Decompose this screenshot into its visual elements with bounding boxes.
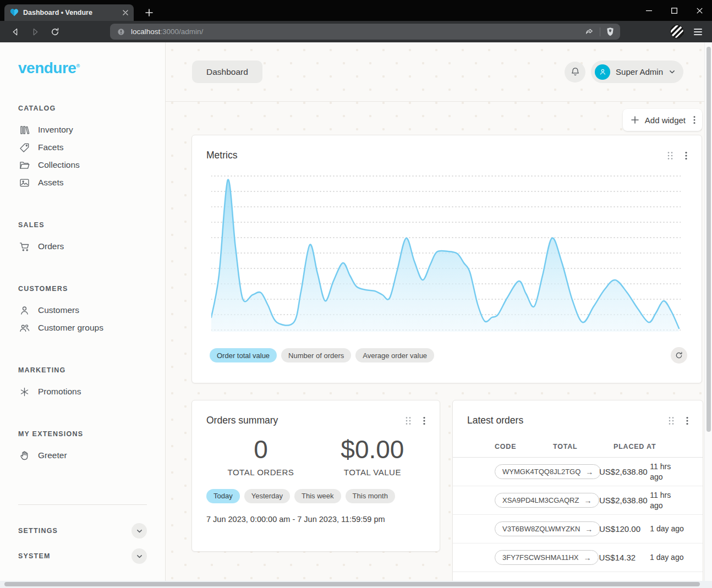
sidebar-nav-item[interactable]: Customer groups (18, 319, 147, 337)
new-tab-button[interactable] (141, 5, 157, 20)
sidebar-nav-item[interactable]: Facets (18, 139, 147, 156)
widget-title: Metrics (206, 150, 237, 161)
widget-menu-icon[interactable] (423, 416, 425, 425)
tab-title: Dashboard • Vendure (23, 9, 118, 17)
chart-area-fill (211, 179, 679, 332)
date-filter-tab[interactable]: This week (294, 489, 341, 503)
browser-profile-avatar[interactable] (670, 25, 684, 39)
vendure-logo[interactable]: vendure® (18, 57, 147, 78)
stat-label: TOTAL ORDERS (228, 468, 294, 477)
chevron-down-icon[interactable] (132, 523, 147, 538)
nav-section-label: CATALOG (18, 105, 147, 112)
nav-section: CUSTOMERS Customers (18, 285, 147, 337)
back-button[interactable] (8, 24, 23, 40)
order-code-link[interactable]: 3FY7FSCWSHMA11HX → (495, 550, 599, 565)
date-range-text: 7 Jun 2023, 0:00:00 am - 7 Jun 2023, 11:… (206, 515, 425, 524)
nav-section: MY EXTENSIONS Greeter (18, 430, 147, 464)
sidebar-nav-item[interactable]: Greeter (18, 447, 147, 464)
summary-stat: $0.00 TOTAL VALUE (341, 435, 404, 477)
order-code-link[interactable]: XSA9PD4LM3CGAQRZ → (495, 493, 599, 508)
arrow-right-icon: → (585, 525, 593, 534)
horizontal-scrollbar-thumb[interactable] (4, 582, 700, 586)
refresh-icon (675, 351, 683, 360)
widget-menu-icon[interactable] (686, 416, 688, 425)
metric-series-tab[interactable]: Average order value (355, 348, 434, 362)
vertical-scrollbar[interactable] (704, 42, 712, 581)
date-filter-tab[interactable]: Yesterday (244, 489, 290, 503)
order-total: US$2,638.80 (599, 467, 650, 476)
widget-menu-icon[interactable] (685, 151, 687, 160)
sidebar: vendure® CATALOG Inventory (0, 42, 166, 581)
vertical-scrollbar-thumb[interactable] (706, 47, 711, 432)
metric-series-tab[interactable]: Order total value (210, 348, 277, 362)
metric-series-tab[interactable]: Number of orders (281, 348, 351, 362)
page-title[interactable]: Dashboard (192, 61, 262, 83)
table-column-header: PLACED AT (614, 443, 656, 450)
nav-section-label: MY EXTENSIONS (18, 430, 147, 438)
sidebar-nav-item[interactable]: Orders (18, 238, 147, 255)
browser-tab[interactable]: Dashboard • Vendure (4, 4, 134, 21)
tab-close-icon[interactable] (123, 10, 128, 15)
drag-handle-icon[interactable] (406, 416, 411, 425)
nav-section-label: CUSTOMERS (18, 285, 147, 293)
sidebar-nav-item[interactable]: Promotions (18, 383, 147, 400)
metrics-widget: Metrics (191, 135, 702, 383)
order-total: US$14.32 (599, 553, 650, 562)
table-column-header: CODE (495, 443, 553, 450)
sidebar-collapsed-section[interactable]: SETTINGS (18, 518, 147, 543)
order-code-link[interactable]: V3T6BW8ZQLWMYZKN → (495, 521, 600, 536)
brave-shield-icon[interactable] (606, 27, 615, 37)
order-total: US$2,638.80 (599, 496, 650, 505)
nav-section-label: MARKETING (18, 366, 147, 374)
latest-orders-widget: Latest orders CODE TOTAL PLACED (452, 400, 703, 581)
arrow-right-icon: → (584, 496, 591, 505)
drag-handle-icon[interactable] (667, 151, 673, 160)
toolbar-separator (600, 28, 600, 36)
drag-handle-icon[interactable] (669, 416, 674, 425)
sidebar-nav: CATALOG Inventory F (18, 105, 147, 494)
order-row: 3FY7FSCWSHMA11HX → US$14.32 1 day ago (453, 543, 703, 572)
stat-value: 0 (228, 435, 294, 464)
user-menu[interactable]: Super Admin (591, 61, 683, 83)
nav-section-label: SALES (18, 221, 147, 229)
dashboard-main: Dashboard Super Admin Add w (166, 42, 704, 581)
address-bar[interactable]: localhost:3000/admin/ (110, 24, 620, 40)
add-widget-button[interactable]: Add widget (623, 109, 702, 131)
metrics-chart (211, 173, 680, 333)
sidebar-nav-item[interactable]: Customers (18, 301, 147, 319)
site-info-icon[interactable] (117, 28, 125, 36)
window-minimize-button[interactable] (636, 0, 661, 21)
bell-icon (570, 67, 580, 77)
order-placed-at: 11 hrs ago (650, 461, 703, 481)
chevron-down-icon[interactable] (132, 548, 147, 564)
date-filter-tab[interactable]: This month (346, 489, 395, 503)
forward-button[interactable] (28, 24, 43, 40)
browser-toolbar: localhost:3000/admin/ (0, 21, 712, 42)
date-filter-tab[interactable]: Today (206, 489, 240, 503)
assets-icon (18, 177, 30, 189)
window-maximize-button[interactable] (661, 0, 687, 21)
add-widget-menu-icon[interactable] (693, 116, 695, 124)
vendure-favicon-icon (10, 9, 19, 17)
user-name: Super Admin (616, 67, 663, 76)
sidebar-nav-item[interactable]: Collections (18, 156, 147, 174)
horizontal-scrollbar[interactable] (0, 581, 712, 588)
notifications-button[interactable] (565, 62, 585, 83)
inventory-icon (18, 124, 30, 136)
reload-button[interactable] (47, 24, 63, 40)
sidebar-nav-item[interactable]: Assets (18, 174, 147, 191)
nav-section: CATALOG Inventory F (18, 105, 147, 191)
orders-icon (18, 240, 30, 252)
refresh-button[interactable] (671, 347, 687, 364)
share-icon[interactable] (584, 27, 594, 37)
arrow-right-icon: → (585, 468, 593, 476)
order-row: WYMGK4TQQ8JL2TGQ → US$2,638.80 11 hrs ag… (453, 458, 703, 486)
sidebar-collapsed-section[interactable]: SYSTEM (18, 543, 147, 569)
browser-menu-icon[interactable] (692, 26, 704, 37)
sidebar-nav-item[interactable]: Inventory (18, 121, 147, 139)
order-row: V3T6BW8ZQLWMYZKN → US$120.00 1 day ago (453, 515, 703, 543)
window-close-button[interactable] (687, 0, 712, 21)
order-code-link[interactable]: WYMGK4TQQ8JL2TGQ → (495, 464, 601, 479)
url-text: localhost:3000/admin/ (131, 28, 203, 36)
order-placed-at: 1 day ago (650, 552, 703, 562)
